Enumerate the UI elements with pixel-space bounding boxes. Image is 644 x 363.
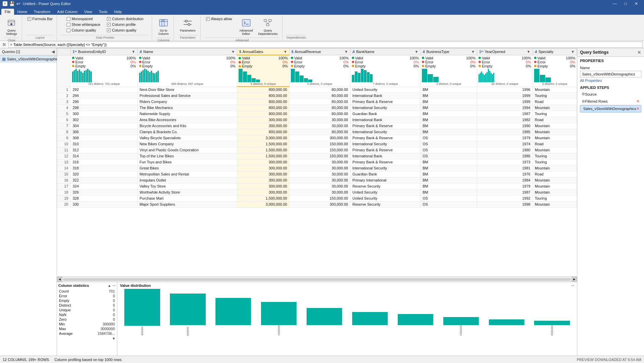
col-filter-specialty[interactable]: ▼ <box>571 50 575 54</box>
cell-biztype: BM <box>421 159 477 165</box>
column-quality-toggle[interactable]: Column quality <box>65 28 102 33</box>
column-distribution-checkbox[interactable] <box>107 17 111 21</box>
column-quality2-checkbox[interactable] <box>107 29 111 32</box>
query-dependencies-button[interactable]: Query Dependencies <box>256 16 280 37</box>
col-header-yearopened[interactable]: 1²³ YearOpened ▼ <box>477 49 533 55</box>
applied-step-item[interactable]: ⚙ Source <box>580 91 641 98</box>
table-row[interactable]: 14 318 Great Bikes 300,000.00 30,000.00 … <box>57 165 577 171</box>
queries-collapse-button[interactable]: ◀ <box>52 49 55 54</box>
table-row[interactable]: 8 306 Clamps & Brackets Co. 800,000.00 8… <box>57 129 577 135</box>
column-profile-toggle[interactable]: Column profile <box>106 22 145 27</box>
col-stats-menu-btn[interactable]: ··· <box>113 283 116 288</box>
column-distribution-toggle[interactable]: Column distribution <box>106 16 145 21</box>
col-type-icon-sales: $ <box>239 50 241 54</box>
query-settings-button[interactable]: Query Settings <box>4 16 19 37</box>
table-row[interactable]: 19 328 Purchase Mart 1,500,000.00 150,00… <box>57 195 577 201</box>
table-row[interactable]: 11 312 Vinyl and Plastic Goods Corporati… <box>57 147 577 153</box>
column-quality2-toggle[interactable]: Column quality <box>106 28 145 33</box>
col-filter-biztype[interactable]: ▼ <box>471 50 475 54</box>
table-row[interactable]: 10 310 New Bikes Company 1,500,000.00 15… <box>57 141 577 147</box>
fx-icon[interactable]: fx <box>1 42 7 47</box>
parameters-button[interactable]: Parameters <box>178 16 198 34</box>
table-row[interactable]: 16 322 Irregulars Outlet 300,000.00 30,0… <box>57 177 577 183</box>
table-row[interactable]: 12 314 Top of the Line Bikes 1,500,000.0… <box>57 153 577 159</box>
col-header-specialty[interactable]: A Specialty ▼ <box>532 49 577 55</box>
col-header-businesstype[interactable]: A BusinessType ▼ <box>421 49 477 55</box>
step-name: Source <box>585 92 640 96</box>
table-row[interactable]: 1 292 Next-Door Bike Store 800,000.00 80… <box>57 87 577 93</box>
table-row[interactable]: 18 326 Worthwhile Activity Store 300,000… <box>57 189 577 195</box>
col-filter-id[interactable]: ▼ <box>132 50 135 54</box>
col-filter-name[interactable]: ▼ <box>231 50 235 54</box>
scroll-thumb[interactable] <box>63 278 571 281</box>
horizontal-scrollbar[interactable]: ◀ ▶ <box>57 276 577 282</box>
cell-specialty: Mountain <box>532 189 577 195</box>
qs-all-properties-link[interactable]: All Properties <box>577 77 644 84</box>
grid-container[interactable]: 1²³ BusinessEntityID ▼ A Name ▼ <box>57 48 577 276</box>
step-delete-icon[interactable]: ✕ <box>636 106 640 111</box>
table-row[interactable]: 5 300 Nationwide Supply 800,000.00 80,00… <box>57 111 577 117</box>
table-row[interactable]: 2 294 Professional Sales and Service 800… <box>57 93 577 99</box>
show-whitespace-label: Show whitespace <box>72 22 101 27</box>
column-quality-checkbox[interactable] <box>67 29 70 32</box>
col-header-businessentityid[interactable]: 1²³ BusinessEntityID ▼ <box>70 49 137 55</box>
scroll-left-arrow[interactable]: ◀ <box>57 277 62 282</box>
formula-bar-toggle[interactable]: Formula Bar <box>26 16 54 21</box>
minimize-button[interactable]: — <box>610 1 620 7</box>
col-header-annualrevenue[interactable]: $ AnnualRevenue ▼ <box>289 49 350 55</box>
query-item-sales[interactable]: ▦ Sales_vStoreWithDemographics <box>0 55 57 63</box>
goto-column-button[interactable]: Go to Column <box>156 16 171 37</box>
always-allow-checkbox[interactable] <box>206 17 210 21</box>
formula-bar-checkbox[interactable] <box>27 17 31 21</box>
col-stats-scroll-up[interactable]: ▲ <box>108 283 111 288</box>
tab-tools[interactable]: Tools <box>95 9 111 15</box>
maximize-button[interactable]: □ <box>621 1 631 7</box>
step-delete-icon[interactable]: ✕ <box>636 99 640 104</box>
show-whitespace-toggle[interactable]: Show whitespace <box>65 22 102 27</box>
col-filter-year[interactable]: ▼ <box>527 50 530 54</box>
step-gear-icon[interactable]: ⚙ <box>582 92 585 96</box>
table-row[interactable]: 7 304 Bicycle Accessories and Kits 300,0… <box>57 123 577 129</box>
cell-year: 1996 <box>477 87 533 93</box>
value-dist-menu-btn[interactable]: ··· <box>571 283 574 288</box>
tab-add-column[interactable]: Add Column <box>54 9 81 15</box>
always-allow-toggle[interactable]: Always allow <box>205 16 234 21</box>
table-row[interactable]: 3 296 Riders Company 800,000.00 80,000.0… <box>57 99 577 105</box>
tab-home[interactable]: Home <box>14 9 30 15</box>
table-row[interactable]: 15 320 Metropolitan Sales and Rental 300… <box>57 171 577 177</box>
col-header-annualsales[interactable]: $ AnnualSales ▼ <box>237 49 289 55</box>
col-filter-revenue[interactable]: ▼ <box>344 50 348 54</box>
tab-view[interactable]: View <box>81 9 95 15</box>
table-row[interactable]: 20 330 Major Sport Suppliers 3,000,000.0… <box>57 201 577 207</box>
table-row[interactable]: 17 324 Valley Toy Store 300,000.00 30,00… <box>57 183 577 189</box>
col-header-name[interactable]: A Name ▼ <box>137 49 237 55</box>
table-row[interactable]: 4 298 The Bike Mechanics 800,000.00 80,0… <box>57 105 577 111</box>
quick-access-undo[interactable]: ↩ <box>16 1 21 6</box>
scroll-right-arrow[interactable]: ▶ <box>572 277 577 282</box>
formula-bar-input[interactable] <box>8 42 643 48</box>
stats-expand-btn[interactable]: ▼ <box>112 336 116 341</box>
qs-name-input[interactable]: Sales_vStoreWithDemographics <box>580 71 641 77</box>
tab-transform[interactable]: Transform <box>30 9 54 15</box>
cell-sales: 1,500,000.00 <box>237 147 289 153</box>
qs-close-button[interactable]: ✕ <box>637 50 641 55</box>
table-row[interactable]: 13 316 Fun Toys and Bikes 300,000.00 30,… <box>57 159 577 165</box>
advanced-editor-button[interactable]: Advanced Editor <box>238 16 255 37</box>
applied-step-item[interactable]: ⚙ Filtered Rows ✕ <box>580 98 641 105</box>
quick-access-save[interactable]: 💾 <box>9 1 14 6</box>
tab-file[interactable]: File <box>1 9 14 15</box>
applied-step-item[interactable]: Sales_vStoreWithDemographics ✕ <box>580 105 641 112</box>
tab-help[interactable]: Help <box>111 9 125 15</box>
show-whitespace-checkbox[interactable] <box>67 23 70 27</box>
row-num-header <box>57 49 71 55</box>
col-header-bankname[interactable]: A BankName ▼ <box>350 49 421 55</box>
col-filter-bank[interactable]: ▼ <box>414 50 418 54</box>
close-button[interactable]: ✕ <box>631 1 641 7</box>
table-row[interactable]: 6 302 Area Bike Accessories 300,000.00 3… <box>57 117 577 123</box>
monospaced-toggle[interactable]: Monospaced <box>65 16 102 21</box>
column-profile-checkbox[interactable] <box>107 23 111 27</box>
col-filter-sales[interactable]: ▼ <box>283 50 287 54</box>
table-row[interactable]: 9 308 Valley Bicycle Specialists 3,000,0… <box>57 135 577 141</box>
step-gear-icon[interactable]: ⚙ <box>582 99 585 104</box>
monospaced-checkbox[interactable] <box>67 17 70 21</box>
